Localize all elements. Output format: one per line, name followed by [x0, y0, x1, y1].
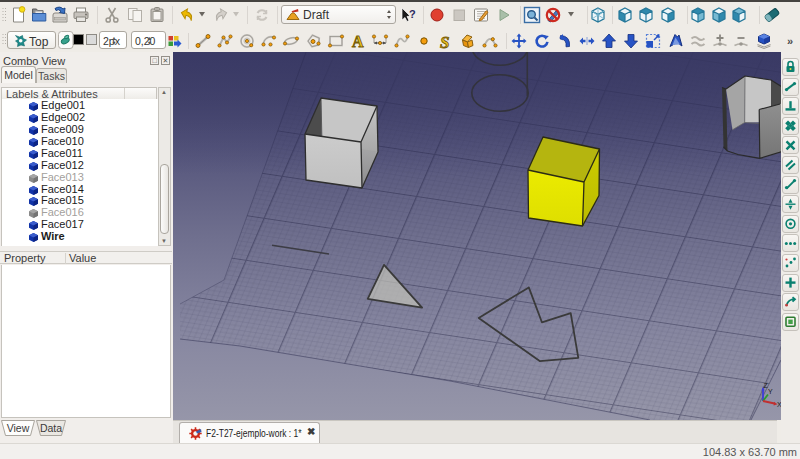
svg-text:Data: Data — [40, 422, 62, 434]
svg-text:?: ? — [409, 8, 416, 20]
svg-text:A: A — [352, 33, 364, 50]
svg-text:S: S — [440, 33, 449, 52]
svg-text:View: View — [7, 422, 30, 434]
svg-text:Y: Y — [768, 388, 773, 395]
svg-text:»: » — [787, 35, 793, 47]
